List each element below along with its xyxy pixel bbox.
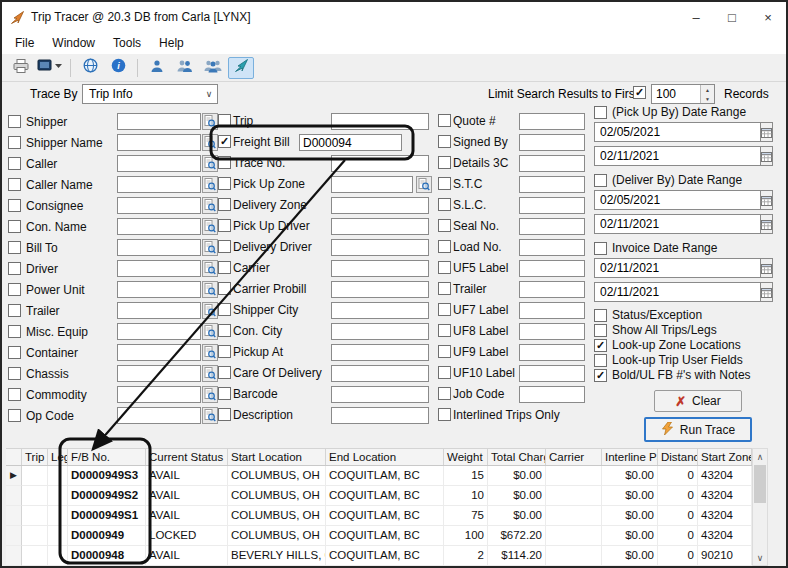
input-barcode[interactable] <box>331 386 429 403</box>
input-uf5-label[interactable] <box>519 260 585 277</box>
scrollbar-thumb[interactable] <box>754 465 766 503</box>
input-shipper[interactable] <box>117 113 201 130</box>
trace-by-select[interactable]: Trip Info ∨ <box>82 84 218 104</box>
checkbox-pick-up-zone[interactable] <box>218 177 231 190</box>
checkbox-bold-ul-fb-s-with-notes[interactable]: ✓ <box>594 369 607 382</box>
input-power-unit[interactable] <box>117 281 201 298</box>
checkbox-carrier-probill[interactable] <box>218 282 231 295</box>
date-input-invoice-date-range-to[interactable] <box>594 282 760 302</box>
column-header-current-status[interactable]: Current Status <box>146 449 228 465</box>
checkbox-pick-up-by-date-range[interactable] <box>594 106 607 119</box>
input-seal-no[interactable] <box>519 218 585 235</box>
spin-down-button[interactable]: ▼ <box>701 94 714 103</box>
checkbox-look-up-trip-user-fields[interactable] <box>594 354 607 367</box>
column-header-end-location[interactable]: End Location <box>326 449 444 465</box>
checkbox-shipper-name[interactable] <box>8 136 21 149</box>
input-shipper-name[interactable] <box>117 134 201 151</box>
checkbox-pick-up-driver[interactable] <box>218 219 231 232</box>
column-header-weight[interactable]: Weight <box>444 449 488 465</box>
checkbox-uf9-label[interactable] <box>438 345 451 358</box>
input-details-3c[interactable] <box>519 155 585 172</box>
menu-tools[interactable]: Tools <box>104 34 150 52</box>
input-trailer[interactable] <box>117 302 201 319</box>
checkbox-status-exception[interactable] <box>594 309 607 322</box>
spin-up-button[interactable]: ▲ <box>701 85 714 94</box>
checkbox-shipper-city[interactable] <box>218 303 231 316</box>
input-carrier[interactable] <box>331 260 429 277</box>
menu-window[interactable]: Window <box>43 34 104 52</box>
scroll-up-icon[interactable]: ∧ <box>753 449 767 464</box>
checkbox-details-3c[interactable] <box>438 156 451 169</box>
checkbox-trailer[interactable] <box>438 282 451 295</box>
view-split-button[interactable] <box>36 57 64 79</box>
close-button[interactable]: × <box>750 2 786 32</box>
checkbox-uf5-label[interactable] <box>438 261 451 274</box>
column-header-trip[interactable]: Trip <box>22 449 48 465</box>
checkbox-s-l-c[interactable] <box>438 198 451 211</box>
checkbox-op-code[interactable] <box>8 409 21 422</box>
input-description[interactable] <box>331 407 429 424</box>
input-signed-by[interactable] <box>519 134 585 151</box>
input-uf8-label[interactable] <box>519 323 585 340</box>
column-header-carrier[interactable]: Carrier <box>546 449 602 465</box>
input-bill-to[interactable] <box>117 239 201 256</box>
checkbox-commodity[interactable] <box>8 388 21 401</box>
input-freight-bill[interactable] <box>299 134 402 151</box>
checkbox-delivery-driver[interactable] <box>218 240 231 253</box>
calendar-button-deliver-by-date-range-to[interactable] <box>760 214 773 234</box>
checkbox-signed-by[interactable] <box>438 135 451 148</box>
checkbox-load-no[interactable] <box>438 240 451 253</box>
checkbox-bill-to[interactable] <box>8 241 21 254</box>
calendar-button-invoice-date-range-to[interactable] <box>760 282 773 302</box>
input-pick-up-zone[interactable] <box>331 176 413 193</box>
checkbox-look-up-zone-locations[interactable]: ✓ <box>594 339 607 352</box>
checkbox-invoice-date-range[interactable] <box>594 242 607 255</box>
input-pickup-at[interactable] <box>331 344 429 361</box>
input-consignee[interactable] <box>117 197 201 214</box>
checkbox-shipper[interactable] <box>8 115 21 128</box>
limit-value-input[interactable] <box>652 85 700 103</box>
checkbox-con-city[interactable] <box>218 324 231 337</box>
printer-button[interactable] <box>8 57 34 79</box>
table-row[interactable]: D0000949S1AVAILCOLUMBUS, OHCOQUITLAM, BC… <box>6 506 752 526</box>
input-shipper-city[interactable] <box>331 302 429 319</box>
input-container[interactable] <box>117 344 201 361</box>
checkbox-caller-name[interactable] <box>8 178 21 191</box>
checkbox-uf7-label[interactable] <box>438 303 451 316</box>
input-uf7-label[interactable] <box>519 302 585 319</box>
date-input-pick-up-by-date-range-from[interactable] <box>594 122 760 142</box>
input-chassis[interactable] <box>117 365 201 382</box>
column-header-leg[interactable]: Leg <box>48 449 68 465</box>
input-commodity[interactable] <box>117 386 201 403</box>
grid-vertical-scrollbar[interactable]: ∧ ∨ <box>752 448 768 566</box>
date-input-pick-up-by-date-range-to[interactable] <box>594 146 760 166</box>
input-care-of-delivery[interactable] <box>331 365 429 382</box>
checkbox-barcode[interactable] <box>218 387 231 400</box>
user-button[interactable] <box>144 57 170 79</box>
input-con-city[interactable] <box>331 323 429 340</box>
maximize-button[interactable]: □ <box>714 2 750 32</box>
input-caller-name[interactable] <box>117 176 201 193</box>
checkbox-power-unit[interactable] <box>8 283 21 296</box>
users-button[interactable] <box>172 57 198 79</box>
input-s-l-c[interactable] <box>519 197 585 214</box>
checkbox-freight-bill[interactable]: ✓ <box>218 135 231 148</box>
input-uf9-label[interactable] <box>519 344 585 361</box>
lookup-pick-up-zone[interactable] <box>416 176 432 193</box>
input-trip[interactable] <box>331 113 429 130</box>
menu-help[interactable]: Help <box>150 34 193 52</box>
input-delivery-driver[interactable] <box>331 239 429 256</box>
checkbox-con-name[interactable] <box>8 220 21 233</box>
input-misc-equip[interactable] <box>117 323 201 340</box>
input-load-no[interactable] <box>519 239 585 256</box>
date-input-deliver-by-date-range-from[interactable] <box>594 190 760 210</box>
table-row[interactable]: ▶D0000949S3AVAILCOLUMBUS, OHCOQUITLAM, B… <box>6 466 752 486</box>
checkbox-uf10-label[interactable] <box>438 366 451 379</box>
date-input-deliver-by-date-range-to[interactable] <box>594 214 760 234</box>
trace-dart-button[interactable] <box>228 57 254 79</box>
calendar-button-deliver-by-date-range-from[interactable] <box>760 190 773 210</box>
input-pick-up-driver[interactable] <box>331 218 429 235</box>
checkbox-caller[interactable] <box>8 157 21 170</box>
run-trace-button[interactable]: Run Trace <box>644 417 752 442</box>
checkbox-consignee[interactable] <box>8 199 21 212</box>
